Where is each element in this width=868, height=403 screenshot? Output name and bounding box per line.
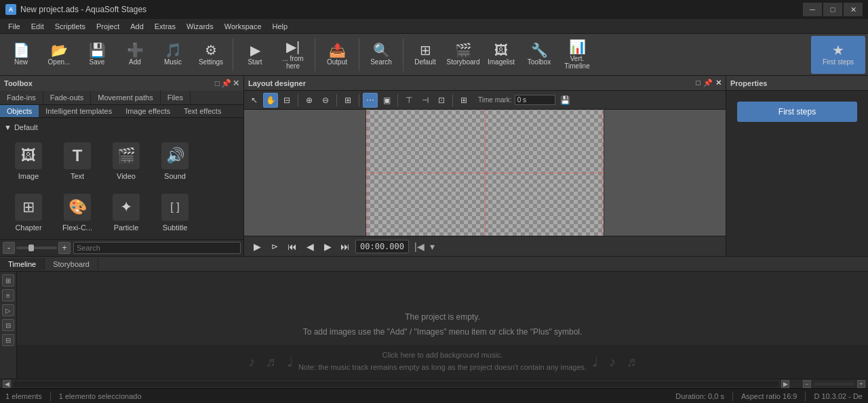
timeline-zoom-slider[interactable] [814,383,854,385]
prev-button[interactable]: ⏮ [285,239,300,254]
first-steps-properties-button[interactable]: First steps [737,102,857,122]
object-subtitle-icon: [ ] [161,194,189,221]
maximize-button[interactable]: □ [823,3,842,16]
size-slider[interactable] [16,247,57,249]
tab-timeline[interactable]: Timeline [0,258,45,270]
toolbox-close-button[interactable]: ✕ [233,79,239,88]
toolbar-toolbox-button[interactable]: 🔧 Toolbox [521,36,557,74]
toolbar-storyboard-button[interactable]: 🎬 Storyboard [445,36,481,74]
play-here-button[interactable]: ⊳ [267,239,282,254]
time-mark-label: Time mark: [478,96,512,104]
object-image[interactable]: 🖼 Image [5,137,52,186]
menu-file[interactable]: File [3,21,26,32]
toolbox-pin-button[interactable]: 📌 [221,79,231,88]
toolbox-tabs: Fade-ins Fade-outs Movement paths Files [0,91,243,105]
tl-side-btn-1[interactable]: ⊞ [2,274,14,287]
timeline-zoom-out[interactable]: − [803,380,811,388]
toolbar-settings-button[interactable]: ⚙ Settings [193,36,229,74]
zoom-in-button[interactable]: + [58,242,71,254]
toolbar-save-button[interactable]: 💾 Save [79,36,115,74]
tab-fade-ins[interactable]: Fade-ins [0,91,43,104]
tab-storyboard[interactable]: Storyboard [45,258,98,270]
section-collapse-icon[interactable]: ▼ [4,123,12,131]
lt-fith-button[interactable]: ⊤ [401,93,416,108]
toolbar-music-button[interactable]: 🎵 Music [155,36,191,74]
menu-edit[interactable]: Edit [26,21,50,32]
first-steps-icon: ★ [832,43,844,57]
toolbar-fromhere-button[interactable]: ▶| ... from here [275,36,311,74]
close-button[interactable]: ✕ [844,3,863,16]
toolbar-search-button[interactable]: 🔍 Search [363,36,399,74]
object-subtitle[interactable]: [ ] Subtitle [152,188,198,237]
open-icon: 📂 [51,43,68,57]
layout-close-button[interactable]: ✕ [715,79,722,87]
time-mark-input[interactable] [515,95,555,105]
output-icon: 📤 [329,43,346,57]
menu-extras[interactable]: Extras [149,21,181,32]
menu-add[interactable]: Add [125,21,149,32]
tl-side-btn-3[interactable]: ▷ [2,304,14,316]
minimize-button[interactable]: ─ [803,3,822,16]
layout-float-button[interactable]: □ [696,79,701,87]
lt-crop-button[interactable]: ▣ [379,93,394,108]
scroll-track[interactable] [14,381,778,387]
next-button[interactable]: ⏭ [338,239,353,254]
lt-select-button[interactable]: ↖ [247,93,262,108]
lt-align-button[interactable]: ⊟ [279,93,294,108]
play-button[interactable]: ▶ [250,239,264,254]
tab-files[interactable]: Files [161,91,191,104]
scroll-left-button[interactable]: ◀ [3,380,11,388]
lt-zoomout-button[interactable]: ⊖ [318,93,333,108]
toolbox-icon: 🔧 [531,43,548,57]
scroll-right-button[interactable]: ▶ [781,380,789,388]
toolbar-default-button[interactable]: ⊞ Default [407,36,443,74]
tl-side-btn-4[interactable]: ⊟ [2,319,14,331]
lt-lock-button[interactable]: ⊞ [456,93,471,108]
object-video[interactable]: 🎬 Video [103,137,149,186]
toolbar-imagelist-button[interactable]: 🖼 Imagelist [483,36,519,74]
zoom-out-button[interactable]: - [3,242,15,254]
lt-move-button[interactable]: ✋ [263,93,278,108]
menu-wizards[interactable]: Wizards [181,21,219,32]
menu-help[interactable]: Help [267,21,294,32]
subtab-text-effects[interactable]: Text effects [177,105,228,117]
subtab-image-effects[interactable]: Image effects [119,105,177,117]
object-sound[interactable]: 🔊 Sound [152,137,198,186]
lt-save-timemark-button[interactable]: 💾 [558,93,573,108]
toolbar-new-button[interactable]: 📄 New [3,36,39,74]
lt-fitv-button[interactable]: ⊣ [418,93,433,108]
subtab-objects[interactable]: Objects [0,105,39,117]
next-frame-button[interactable]: ▶ [320,239,335,254]
playback-marker[interactable]: |◀ [414,241,425,252]
toolbar-add-button[interactable]: ➕ Add [117,36,153,74]
lt-fit-button[interactable]: ⊡ [434,93,449,108]
search-input[interactable] [73,242,241,254]
toolbar-open-button[interactable]: 📂 Open... [41,36,77,74]
object-flexi[interactable]: 🎨 Flexi-C... [54,188,100,237]
toolbar-start-button[interactable]: ▶ Start [237,36,273,74]
object-particle[interactable]: ✦ Particle [103,188,149,237]
menu-project[interactable]: Project [91,21,125,32]
menu-scriptlets[interactable]: Scriptlets [50,21,91,32]
subtab-intelligent[interactable]: Intelligent templates [39,105,119,117]
tab-movement-paths[interactable]: Movement paths [91,91,160,104]
tab-fade-outs[interactable]: Fade-outs [43,91,92,104]
playback-menu[interactable]: ▾ [430,241,435,252]
music-message: Click here to add background music. Note… [298,349,587,373]
toolbar-output-button[interactable]: 📤 Output [319,36,355,74]
prev-frame-button[interactable]: ◀ [302,239,317,254]
object-text[interactable]: T Text [54,137,100,186]
timeline-music-area[interactable]: ♪ ♬ ♩ Click here to add background music… [17,345,868,379]
menu-workspace[interactable]: Workspace [219,21,267,32]
tl-side-btn-5[interactable]: ⊟ [2,334,14,346]
object-chapter[interactable]: ⊞ Chapter [5,188,52,237]
layout-pin-button[interactable]: 📌 [703,79,713,87]
tl-side-btn-2[interactable]: ≡ [2,289,14,301]
toolbox-float-button[interactable]: □ [215,79,220,88]
timeline-zoom-in[interactable]: + [857,380,865,388]
toolbar-vert-timeline-button[interactable]: 📊 Vert. Timeline [559,36,595,74]
lt-zoomin-button[interactable]: ⊕ [302,93,317,108]
first-steps-button[interactable]: ★ First steps [811,36,865,74]
lt-grid-button[interactable]: ⊞ [340,93,355,108]
lt-snap-button[interactable]: ⋯ [363,93,378,108]
